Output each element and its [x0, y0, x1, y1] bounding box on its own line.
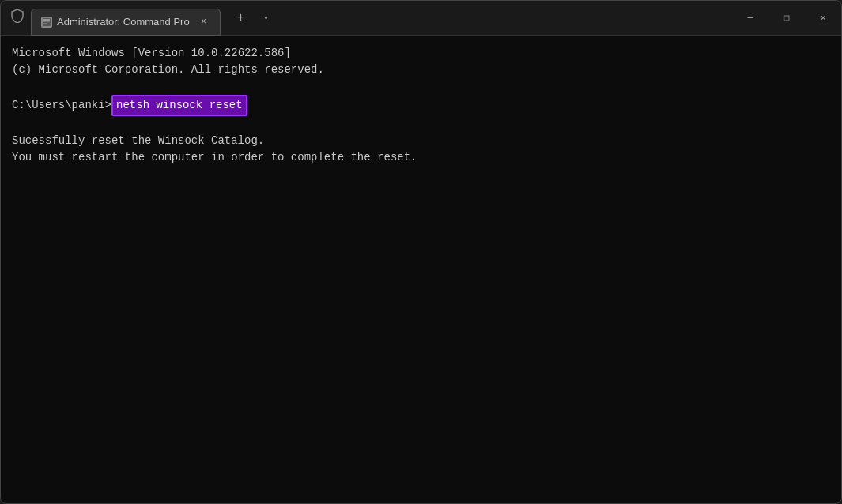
- window: Administrator: Command Pro × + ▾ — ❐ ✕ M…: [0, 0, 842, 504]
- output-line-2: You must restart the computer in order t…: [12, 149, 830, 166]
- svg-rect-2: [43, 21, 50, 22]
- blank-line-2: [12, 116, 830, 133]
- terminal-body[interactable]: Microsoft Windows [Version 10.0.22622.58…: [1, 36, 841, 503]
- svg-rect-3: [43, 23, 47, 24]
- window-controls: — ❐ ✕: [732, 1, 841, 35]
- command-text: netsh winsock reset: [111, 95, 247, 116]
- active-tab[interactable]: Administrator: Command Pro ×: [31, 9, 221, 36]
- shield-icon: [10, 9, 25, 27]
- titlebar-left: Administrator: Command Pro × + ▾: [10, 1, 732, 36]
- tab-dropdown-button[interactable]: ▾: [259, 10, 274, 26]
- tab-title-label: Administrator: Command Pro: [57, 16, 190, 28]
- tab-icon: [41, 17, 52, 28]
- svg-rect-1: [43, 19, 50, 21]
- tab-close-button[interactable]: ×: [198, 16, 210, 28]
- output-line-1: Sucessfully reset the Winsock Catalog.: [12, 133, 830, 149]
- close-button[interactable]: ✕: [805, 1, 841, 36]
- prompt-line: C:\Users\panki> netsh winsock reset: [12, 95, 830, 116]
- maximize-button[interactable]: ❐: [768, 1, 805, 36]
- copyright-line: (c) Microsoft Corporation. All rights re…: [12, 62, 830, 78]
- blank-line-1: [12, 78, 830, 95]
- add-tab-button[interactable]: +: [230, 7, 252, 29]
- minimize-button[interactable]: —: [732, 1, 768, 36]
- titlebar: Administrator: Command Pro × + ▾ — ❐ ✕: [1, 1, 841, 36]
- version-line: Microsoft Windows [Version 10.0.22622.58…: [12, 45, 830, 62]
- prompt-text: C:\Users\panki>: [12, 97, 111, 114]
